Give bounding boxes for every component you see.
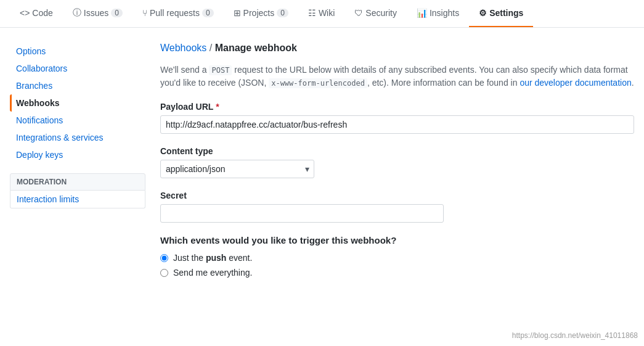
desc-part1: We'll send a	[160, 65, 209, 75]
settings-icon: ⚙	[479, 8, 487, 18]
desc-part3: , etc). More information can be found in	[367, 78, 520, 88]
breadcrumb-current: Manage webhook	[215, 43, 297, 53]
nav-label-settings: Settings	[489, 8, 523, 18]
moderation-section-title: Moderation	[10, 173, 145, 191]
code-icon: <>	[20, 8, 30, 18]
nav-label-projects: Projects	[243, 8, 275, 18]
main-content: Webhooks / Manage webhook We'll send a P…	[160, 43, 634, 290]
events-group: Which events would you like to trigger t…	[160, 235, 634, 278]
secret-label-text: Secret	[160, 191, 187, 200]
nav-label-pr: Pull requests	[150, 8, 200, 18]
nav-tab-issues[interactable]: ⓘ Issues 0	[63, 0, 132, 27]
payload-url-input[interactable]	[160, 115, 634, 134]
payload-url-label-text: Payload URL	[160, 102, 213, 112]
nav-tab-security[interactable]: 🛡 Security	[344, 0, 407, 27]
nav-label-insights: Insights	[430, 8, 459, 18]
desc-end: .	[632, 78, 634, 88]
insights-icon: 📊	[417, 8, 427, 18]
issues-icon: ⓘ	[73, 7, 81, 19]
radio-send-everything[interactable]: Send me everything.	[160, 268, 634, 278]
events-radio-group: Just the push event. Send me everything.	[160, 253, 634, 278]
radio-just-push-input[interactable]	[160, 254, 168, 262]
post-code: POST	[209, 65, 232, 75]
settings-sidebar: Options Collaborators Branches Webhooks …	[10, 43, 145, 290]
content-type-label: Content type	[160, 146, 634, 156]
nav-label-wiki: Wiki	[319, 8, 335, 18]
nav-label-security: Security	[365, 8, 397, 18]
security-icon: 🛡	[354, 8, 363, 18]
payload-url-group: Payload URL *	[160, 102, 634, 134]
top-nav: <> Code ⓘ Issues 0 ⑂ Pull requests 0 ⊞ P…	[0, 0, 644, 28]
sidebar-item-branches[interactable]: Branches	[10, 77, 145, 94]
projects-badge: 0	[277, 9, 288, 17]
secret-input[interactable]	[160, 204, 444, 223]
nav-tab-wiki[interactable]: ☷ Wiki	[298, 0, 344, 27]
urlencoded-code: x-www-form-urlencoded	[269, 78, 367, 88]
sidebar-item-deploy-keys[interactable]: Deploy keys	[10, 146, 145, 163]
sidebar-item-integrations[interactable]: Integrations & services	[10, 129, 145, 146]
content-type-select[interactable]: application/json application/x-www-form-…	[160, 160, 314, 178]
content-type-select-wrapper: application/json application/x-www-form-…	[160, 160, 314, 178]
nav-tab-insights[interactable]: 📊 Insights	[407, 0, 469, 27]
nav-tab-code[interactable]: <> Code	[10, 0, 63, 27]
radio-send-everything-label: Send me everything.	[173, 268, 252, 278]
sidebar-item-options[interactable]: Options	[10, 43, 145, 60]
content-type-label-text: Content type	[160, 146, 213, 156]
payload-url-label: Payload URL *	[160, 102, 634, 112]
webhook-description: We'll send a POST request to the URL bel…	[160, 64, 634, 89]
secret-label: Secret	[160, 191, 634, 200]
radio-just-push[interactable]: Just the push event.	[160, 253, 634, 263]
pull-requests-icon: ⑂	[142, 8, 147, 18]
secret-group: Secret	[160, 191, 634, 223]
radio-send-everything-input[interactable]	[160, 269, 168, 277]
developer-docs-link[interactable]: our developer documentation	[520, 78, 631, 88]
sidebar-item-collaborators[interactable]: Collaborators	[10, 60, 145, 77]
sidebar-item-interaction-limits[interactable]: Interaction limits	[10, 191, 145, 208]
nav-tab-projects[interactable]: ⊞ Projects 0	[224, 0, 298, 27]
content-type-group: Content type application/json applicatio…	[160, 146, 634, 178]
projects-icon: ⊞	[234, 8, 241, 18]
issues-badge: 0	[111, 9, 123, 17]
moderation-section: Moderation Interaction limits	[10, 173, 145, 208]
sidebar-item-notifications[interactable]: Notifications	[10, 112, 145, 129]
breadcrumb-separator: /	[206, 43, 214, 53]
breadcrumb: Webhooks / Manage webhook	[160, 43, 634, 54]
nav-tab-pull-requests[interactable]: ⑂ Pull requests 0	[132, 0, 224, 27]
sidebar-item-webhooks[interactable]: Webhooks	[10, 94, 145, 112]
nav-tab-settings[interactable]: ⚙ Settings	[469, 0, 533, 27]
nav-label-code: Code	[32, 8, 52, 18]
breadcrumb-parent[interactable]: Webhooks	[160, 43, 206, 53]
nav-label-issues: Issues	[84, 8, 108, 18]
radio-just-push-label: Just the push event.	[173, 253, 252, 263]
wiki-icon: ☷	[308, 8, 316, 18]
events-heading: Which events would you like to trigger t…	[160, 235, 634, 245]
pr-badge: 0	[202, 9, 214, 17]
required-star: *	[216, 102, 219, 112]
